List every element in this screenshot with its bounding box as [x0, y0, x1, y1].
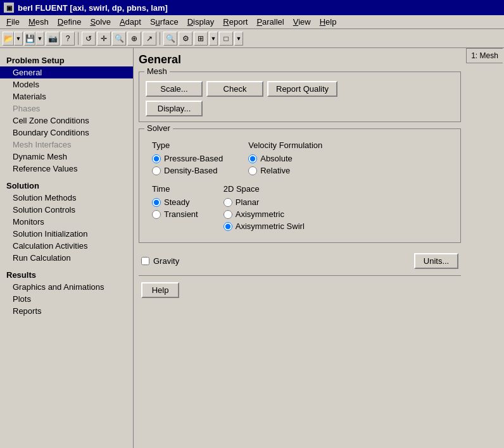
grid-dropdown[interactable]: ▼	[209, 32, 218, 46]
menu-bar: File Mesh Define Solve Adapt Surface Dis…	[0, 15, 504, 29]
radio-pressure-based-label: Pressure-Based	[164, 154, 223, 163]
move-btn[interactable]: ✛	[97, 32, 111, 46]
solver-row-type-velocity: Type Pressure-Based Density-Based	[152, 140, 448, 175]
help-toolbar-btn[interactable]: ?	[61, 32, 75, 46]
separator-line	[139, 275, 461, 276]
reset-btn[interactable]: ↺	[82, 32, 96, 46]
menu-surface[interactable]: Surface	[146, 16, 182, 28]
check-button[interactable]: Check	[206, 81, 263, 97]
radio-pressure-based-input[interactable]	[152, 154, 161, 163]
sidebar-section-results: Results	[0, 268, 133, 281]
save-dropdown-arrow[interactable]: ▼	[35, 32, 44, 46]
sidebar-section-problem-setup: Problem Setup	[0, 53, 133, 66]
toolbar-sep2	[160, 32, 160, 45]
mesh-group: Mesh Scale... Check Report Quality Displ…	[139, 72, 461, 122]
save-dropdown[interactable]: 💾 ▼	[24, 32, 44, 46]
sidebar: Problem Setup General Models Materials P…	[0, 48, 133, 448]
rect-dropdown[interactable]: ▼	[234, 32, 243, 46]
radio-axisymmetric-swirl[interactable]: Axisymmetric Swirl	[224, 221, 305, 231]
rect-dropdown-arrow[interactable]: ▼	[234, 32, 243, 46]
solver-col-velocity: Velocity Formulation Absolute Relative	[248, 140, 322, 175]
radio-transient-label: Transient	[164, 209, 198, 219]
menu-view[interactable]: View	[289, 16, 315, 28]
sidebar-item-materials[interactable]: Materials	[0, 90, 133, 103]
sidebar-item-solution-methods[interactable]: Solution Methods	[0, 192, 133, 204]
sidebar-item-dynamic-mesh[interactable]: Dynamic Mesh	[0, 151, 133, 163]
report-quality-button[interactable]: Report Quality	[267, 81, 337, 97]
zoom-in-btn[interactable]: ⊕	[127, 32, 141, 46]
menu-mesh[interactable]: Mesh	[25, 16, 53, 28]
solver-col-time: Time Steady Transient	[152, 184, 198, 231]
save-btn[interactable]: 💾	[24, 32, 35, 46]
radio-planar-label: Planar	[236, 197, 260, 207]
radio-steady-label: Steady	[164, 197, 189, 207]
open-btn[interactable]: 📂	[3, 32, 14, 46]
radio-relative-input[interactable]	[248, 166, 257, 175]
help-row: Help	[139, 278, 461, 302]
scale-button[interactable]: Scale...	[146, 81, 203, 97]
radio-absolute[interactable]: Absolute	[248, 154, 322, 163]
sidebar-item-monitors[interactable]: Monitors	[0, 216, 133, 228]
sidebar-item-cell-zone[interactable]: Cell Zone Conditions	[0, 115, 133, 127]
radio-planar[interactable]: Planar	[224, 197, 305, 207]
grid-btn[interactable]: ⊞	[194, 32, 208, 46]
grid-dropdown-arrow[interactable]: ▼	[209, 32, 218, 46]
open-dropdown[interactable]: 📂 ▼	[3, 32, 23, 46]
right-tab[interactable]: 1: Mesh	[466, 48, 503, 63]
solver-row-time-space: Time Steady Transient 2D Space	[152, 184, 448, 231]
radio-planar-input[interactable]	[224, 198, 232, 207]
display-button[interactable]: Display...	[146, 101, 203, 116]
menu-file[interactable]: File	[3, 16, 23, 28]
menu-help[interactable]: Help	[316, 16, 341, 28]
radio-density-based[interactable]: Density-Based	[152, 166, 223, 175]
toolbar: 📂 ▼ 💾 ▼ 📷 ? ↺ ✛ 🔍 ⊕ ↗ 🔍 ⚙ ⊞ ▼ □ ▼	[0, 29, 504, 48]
units-button[interactable]: Units...	[414, 253, 458, 269]
menu-report[interactable]: Report	[219, 16, 251, 28]
sidebar-item-models[interactable]: Models	[0, 78, 133, 90]
help-button[interactable]: Help	[141, 282, 179, 298]
menu-adapt[interactable]: Adapt	[116, 16, 145, 28]
radio-transient[interactable]: Transient	[152, 209, 198, 219]
radio-axisymmetric-swirl-label: Axisymmetric Swirl	[236, 221, 305, 231]
sidebar-item-plots[interactable]: Plots	[0, 293, 133, 305]
rect-btn[interactable]: □	[219, 32, 233, 46]
radio-transient-input[interactable]	[152, 210, 161, 219]
sidebar-item-reports[interactable]: Reports	[0, 305, 133, 317]
menu-display[interactable]: Display	[184, 16, 218, 28]
menu-parallel[interactable]: Parallel	[253, 16, 287, 28]
radio-axisymmetric-input[interactable]	[224, 210, 232, 219]
menu-define[interactable]: Define	[54, 16, 85, 28]
sidebar-item-run-calculation[interactable]: Run Calculation	[0, 252, 133, 264]
radio-pressure-based[interactable]: Pressure-Based	[152, 154, 223, 163]
open-dropdown-arrow[interactable]: ▼	[14, 32, 23, 46]
sidebar-item-general[interactable]: General	[0, 66, 133, 78]
sidebar-item-solution-init[interactable]: Solution Initialization	[0, 228, 133, 240]
radio-absolute-input[interactable]	[248, 154, 257, 163]
sidebar-item-graphics[interactable]: Graphics and Animations	[0, 281, 133, 293]
sidebar-item-calc-activities[interactable]: Calculation Activities	[0, 240, 133, 252]
solver-group: Solver Type Pressure-Based Den	[139, 128, 461, 243]
radio-relative[interactable]: Relative	[248, 166, 322, 175]
space2d-title: 2D Space	[224, 184, 305, 194]
select-btn[interactable]: ↗	[142, 32, 156, 46]
right-panel: 1: Mesh	[466, 48, 504, 448]
zoom-fit-btn[interactable]: 🔍	[112, 32, 126, 46]
radio-density-based-input[interactable]	[152, 166, 161, 175]
radio-steady-input[interactable]	[152, 198, 161, 207]
radio-steady[interactable]: Steady	[152, 197, 198, 207]
radio-axisymmetric-label: Axisymmetric	[236, 209, 284, 219]
sidebar-item-reference-values[interactable]: Reference Values	[0, 163, 133, 175]
radio-axisymmetric[interactable]: Axisymmetric	[224, 209, 305, 219]
radio-axisymmetric-swirl-input[interactable]	[224, 222, 232, 231]
radio-relative-label: Relative	[260, 166, 290, 175]
sidebar-item-mesh-interfaces: Mesh Interfaces	[0, 139, 133, 151]
solver-col-type: Type Pressure-Based Density-Based	[152, 140, 223, 175]
menu-solve[interactable]: Solve	[86, 16, 115, 28]
camera-btn[interactable]: 📷	[46, 32, 60, 46]
sidebar-item-boundary[interactable]: Boundary Conditions	[0, 127, 133, 139]
zoom-btn2[interactable]: 🔍	[163, 32, 177, 46]
gravity-checkbox[interactable]	[141, 257, 149, 265]
content-area: General Mesh Scale... Check Report Quali…	[134, 48, 466, 448]
sidebar-item-solution-controls[interactable]: Solution Controls	[0, 204, 133, 216]
mesh-btn[interactable]: ⚙	[179, 32, 192, 46]
